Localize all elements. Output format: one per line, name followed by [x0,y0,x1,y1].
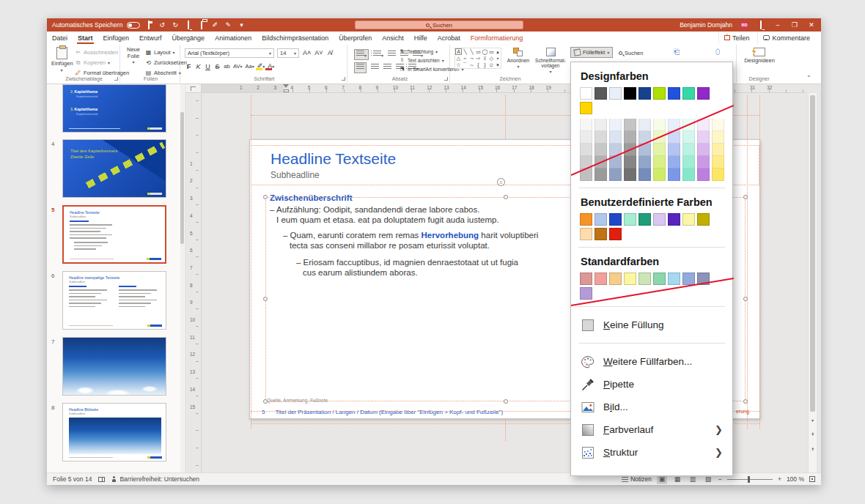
standard-color-swatch[interactable] [624,273,636,285]
design-color-variant-swatch[interactable] [682,119,695,131]
shape-icon[interactable]: ⌒ [462,62,468,68]
design-color-swatch[interactable] [609,87,622,100]
resize-handle[interactable] [743,399,748,404]
menu-item-struktur[interactable]: Struktur❯ [571,441,732,464]
numbering-button[interactable]: ▾ [373,51,383,59]
custom-color-swatch[interactable] [580,213,592,226]
slide-thumbnail-7[interactable] [62,337,166,396]
resize-handle[interactable] [504,399,508,404]
design-color-variant-swatch[interactable] [624,131,636,144]
design-color-swatch[interactable] [624,87,636,100]
tab-hilfe[interactable]: Hilfe [409,32,432,44]
character-spacing-button[interactable]: AV▾ [233,63,242,70]
tab-übergänge[interactable]: Übergänge [167,32,210,44]
design-color-variant-swatch[interactable] [712,156,724,168]
scrollbar-thumb[interactable] [810,95,815,412]
standard-color-swatch[interactable] [668,273,680,285]
shape-icon[interactable]: ╲ [462,48,468,55]
search-box[interactable]: Suchen [355,21,523,29]
convert-to-smartart-button[interactable]: ⬔In SmartArt konvertieren▾ [399,65,450,73]
design-color-variant-swatch[interactable] [580,131,592,144]
design-color-swatch[interactable] [580,102,592,114]
slide-indicator[interactable]: Folie 5 von 14 [53,475,92,483]
design-color-variant-swatch[interactable] [697,156,710,168]
share-button[interactable]: Teilen [718,32,755,44]
arrange-button[interactable]: Anordnen▾ [504,47,532,70]
slide-footer[interactable]: 5Titel der Präsentation / Langen / Datum… [262,409,503,415]
design-color-variant-swatch[interactable] [638,144,651,156]
shape-icon[interactable]: ▭ [475,48,482,55]
zoom-slider[interactable] [727,479,773,480]
resize-handle[interactable] [263,399,268,404]
ribbon-display-options-icon[interactable] [757,22,765,29]
tab-formformatierung[interactable]: Formformatierung [465,32,529,44]
menu-item-pipette[interactable]: Pipette [571,373,732,396]
zoom-slider-thumb[interactable] [748,476,750,483]
select-icon[interactable]: ⬯ [715,48,720,56]
design-color-variant-swatch[interactable] [653,131,666,144]
redo-icon[interactable]: ↻ [171,22,180,29]
change-case-button[interactable]: Aa▾ [245,63,254,70]
tab-acrobat[interactable]: Acrobat [432,32,465,44]
design-color-variant-swatch[interactable] [668,144,680,156]
comments-button[interactable]: Kommentare [757,32,815,44]
underline-button[interactable]: U [205,63,211,70]
user-name[interactable]: Benjamin Domjahn [680,21,732,29]
previous-slide-icon[interactable]: ⇞ [809,431,817,437]
design-color-variant-swatch[interactable] [668,119,680,131]
design-color-swatch[interactable] [668,87,680,100]
design-color-swatch[interactable] [595,87,607,100]
standard-color-swatch[interactable] [653,273,666,285]
tab-bildschirmpräsentation[interactable]: Bildschirmpräsentation [257,32,334,44]
zoom-level[interactable]: 100 % [787,475,804,483]
design-color-swatch[interactable] [697,87,710,100]
standard-color-swatch[interactable] [638,273,651,285]
design-color-variant-swatch[interactable] [712,119,724,131]
align-right-button[interactable] [383,64,391,72]
autosave-toggle[interactable] [127,22,140,29]
shape-icon[interactable]: ◇ [488,55,495,62]
next-slide-icon[interactable]: ⇟ [809,446,817,451]
shape-icon[interactable]: ✩ [488,62,495,68]
menu-item-keine-f-llung[interactable]: Keine Füllung [571,314,732,336]
shape-icon[interactable]: ⌐ [462,55,468,62]
tab-einfügen[interactable]: Einfügen [98,32,135,44]
shape-icon[interactable]: ▴ [495,48,501,55]
shape-fill-button[interactable]: Fülleffekt▾ [570,47,613,58]
shape-icon[interactable]: △ [455,55,462,62]
design-color-variant-swatch[interactable] [624,168,636,181]
shape-icon[interactable]: ☆ [455,62,462,68]
standard-color-swatch[interactable] [682,273,695,285]
shape-icon[interactable]: ⇨ [475,55,482,62]
design-color-variant-swatch[interactable] [609,119,622,131]
font-dialog-launcher[interactable] [342,77,345,81]
design-color-variant-swatch[interactable] [638,119,651,131]
quick-styles-button[interactable]: Schnellformat-vorlagen▾ [534,47,567,75]
clipboard-dialog-launcher[interactable] [114,77,118,81]
shape-icon[interactable]: ¬ [468,55,475,62]
custom-color-swatch[interactable] [697,213,710,226]
shape-icon[interactable]: ▭ [488,48,495,55]
clear-formatting-button[interactable]: A̸ [327,49,334,56]
spellcheck-icon[interactable] [98,477,105,482]
standard-color-swatch[interactable] [580,273,592,285]
standard-color-swatch[interactable] [580,287,592,300]
slide-thumbnail-8[interactable]: Headline BildseiteSubheadline [62,403,166,462]
custom-color-swatch[interactable] [638,213,651,226]
hanging-indent-marker[interactable] [284,89,289,92]
design-color-variant-swatch[interactable] [609,156,622,168]
custom-color-swatch[interactable] [682,213,695,226]
print-icon[interactable] [197,22,206,29]
shape-icon[interactable]: ◯ [482,48,488,55]
design-color-variant-swatch[interactable] [580,119,592,131]
highlight-color-button[interactable]: ✐▾ [257,62,265,70]
align-left-button[interactable] [354,62,367,73]
slide-thumbnail-partial[interactable]: 2. KapitelthemaKapitelunterzeile3. Kapit… [62,84,166,133]
design-color-variant-swatch[interactable] [653,168,666,181]
menu-item-farbverlauf[interactable]: Farbverlauf❯ [571,418,732,441]
design-color-variant-swatch[interactable] [682,156,695,168]
present-from-start-icon[interactable] [184,22,193,29]
design-color-variant-swatch[interactable] [638,131,651,144]
shape-icon[interactable]: ╲ [468,48,475,55]
design-color-variant-swatch[interactable] [697,131,710,144]
